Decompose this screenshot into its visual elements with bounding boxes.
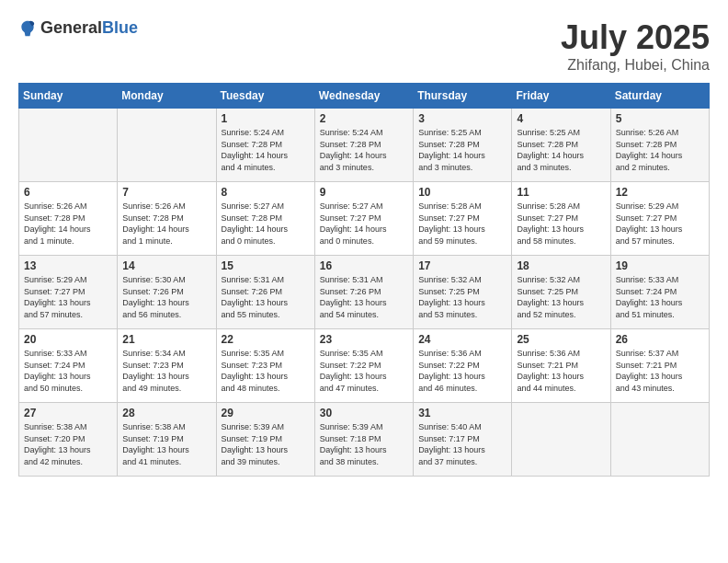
day-number: 16 (320, 259, 408, 272)
day-info: Sunrise: 5:32 AM Sunset: 7:25 PM Dayligh… (517, 274, 605, 320)
weekday-header-thursday: Thursday (414, 84, 512, 109)
calendar-cell (19, 109, 118, 182)
day-info: Sunrise: 5:25 AM Sunset: 7:28 PM Dayligh… (418, 127, 506, 173)
day-number: 24 (418, 333, 506, 346)
day-number: 4 (517, 112, 605, 125)
day-info: Sunrise: 5:24 AM Sunset: 7:28 PM Dayligh… (222, 127, 310, 173)
calendar-cell: 26Sunrise: 5:37 AM Sunset: 7:21 PM Dayli… (610, 329, 709, 403)
calendar-cell (610, 403, 709, 477)
day-info: Sunrise: 5:36 AM Sunset: 7:22 PM Dayligh… (418, 348, 506, 394)
calendar-cell: 13Sunrise: 5:29 AM Sunset: 7:27 PM Dayli… (19, 256, 118, 329)
day-info: Sunrise: 5:33 AM Sunset: 7:24 PM Dayligh… (24, 348, 112, 394)
day-info: Sunrise: 5:28 AM Sunset: 7:27 PM Dayligh… (418, 201, 506, 247)
calendar-week-row: 13Sunrise: 5:29 AM Sunset: 7:27 PM Dayli… (19, 256, 710, 329)
day-info: Sunrise: 5:35 AM Sunset: 7:22 PM Dayligh… (320, 348, 408, 394)
day-number: 25 (517, 333, 605, 346)
calendar-cell: 22Sunrise: 5:35 AM Sunset: 7:23 PM Dayli… (216, 329, 314, 403)
weekday-header-row: SundayMondayTuesdayWednesdayThursdayFrid… (19, 84, 710, 109)
day-info: Sunrise: 5:31 AM Sunset: 7:26 PM Dayligh… (222, 274, 310, 320)
title-area: July 2025 Zhifang, Hubei, China (561, 18, 710, 74)
weekday-header-sunday: Sunday (19, 84, 118, 109)
day-number: 29 (222, 407, 310, 419)
day-number: 14 (122, 259, 210, 272)
weekday-header-friday: Friday (512, 84, 610, 109)
day-number: 20 (24, 333, 112, 346)
day-info: Sunrise: 5:27 AM Sunset: 7:27 PM Dayligh… (320, 201, 408, 247)
day-info: Sunrise: 5:26 AM Sunset: 7:28 PM Dayligh… (24, 201, 112, 247)
month-year-title: July 2025 (561, 18, 710, 57)
day-number: 11 (517, 186, 605, 199)
day-info: Sunrise: 5:35 AM Sunset: 7:23 PM Dayligh… (222, 348, 310, 394)
weekday-header-wednesday: Wednesday (314, 84, 413, 109)
calendar-cell (512, 403, 610, 477)
logo-text: GeneralBlue (40, 18, 138, 38)
day-info: Sunrise: 5:38 AM Sunset: 7:19 PM Dayligh… (122, 421, 210, 467)
calendar-cell: 31Sunrise: 5:40 AM Sunset: 7:17 PM Dayli… (414, 403, 512, 477)
day-number: 28 (122, 407, 210, 419)
weekday-header-saturday: Saturday (610, 84, 709, 109)
calendar-cell: 20Sunrise: 5:33 AM Sunset: 7:24 PM Dayli… (19, 329, 118, 403)
calendar-cell: 7Sunrise: 5:26 AM Sunset: 7:28 PM Daylig… (118, 182, 216, 256)
calendar-week-row: 20Sunrise: 5:33 AM Sunset: 7:24 PM Dayli… (19, 329, 710, 403)
day-number: 2 (320, 112, 408, 125)
calendar-cell: 1Sunrise: 5:24 AM Sunset: 7:28 PM Daylig… (216, 109, 314, 182)
day-number: 19 (616, 259, 704, 272)
day-info: Sunrise: 5:39 AM Sunset: 7:19 PM Dayligh… (222, 421, 310, 467)
day-info: Sunrise: 5:39 AM Sunset: 7:18 PM Dayligh… (320, 421, 408, 467)
calendar-week-row: 6Sunrise: 5:26 AM Sunset: 7:28 PM Daylig… (19, 182, 710, 256)
day-number: 17 (418, 259, 506, 272)
day-number: 23 (320, 333, 408, 346)
calendar-cell: 17Sunrise: 5:32 AM Sunset: 7:25 PM Dayli… (414, 256, 512, 329)
day-info: Sunrise: 5:26 AM Sunset: 7:28 PM Dayligh… (616, 127, 704, 173)
day-info: Sunrise: 5:26 AM Sunset: 7:28 PM Dayligh… (122, 201, 210, 247)
calendar-cell: 18Sunrise: 5:32 AM Sunset: 7:25 PM Dayli… (512, 256, 610, 329)
calendar-cell: 9Sunrise: 5:27 AM Sunset: 7:27 PM Daylig… (314, 182, 413, 256)
day-number: 30 (320, 407, 408, 419)
day-info: Sunrise: 5:28 AM Sunset: 7:27 PM Dayligh… (517, 201, 605, 247)
calendar-cell: 27Sunrise: 5:38 AM Sunset: 7:20 PM Dayli… (19, 403, 118, 477)
day-number: 6 (24, 186, 112, 199)
day-number: 26 (616, 333, 704, 346)
day-info: Sunrise: 5:25 AM Sunset: 7:28 PM Dayligh… (517, 127, 605, 173)
weekday-header-tuesday: Tuesday (216, 84, 314, 109)
day-number: 8 (222, 186, 310, 199)
day-info: Sunrise: 5:34 AM Sunset: 7:23 PM Dayligh… (122, 348, 210, 394)
calendar-week-row: 27Sunrise: 5:38 AM Sunset: 7:20 PM Dayli… (19, 403, 710, 477)
day-info: Sunrise: 5:29 AM Sunset: 7:27 PM Dayligh… (616, 201, 704, 247)
calendar-cell: 4Sunrise: 5:25 AM Sunset: 7:28 PM Daylig… (512, 109, 610, 182)
day-info: Sunrise: 5:24 AM Sunset: 7:28 PM Dayligh… (320, 127, 408, 173)
day-number: 12 (616, 186, 704, 199)
logo-icon (18, 19, 37, 38)
day-number: 27 (24, 407, 112, 419)
calendar-week-row: 1Sunrise: 5:24 AM Sunset: 7:28 PM Daylig… (19, 109, 710, 182)
day-number: 31 (418, 407, 506, 419)
calendar-cell: 6Sunrise: 5:26 AM Sunset: 7:28 PM Daylig… (19, 182, 118, 256)
calendar-cell: 24Sunrise: 5:36 AM Sunset: 7:22 PM Dayli… (414, 329, 512, 403)
calendar-cell: 10Sunrise: 5:28 AM Sunset: 7:27 PM Dayli… (414, 182, 512, 256)
calendar-cell: 19Sunrise: 5:33 AM Sunset: 7:24 PM Dayli… (610, 256, 709, 329)
day-info: Sunrise: 5:29 AM Sunset: 7:27 PM Dayligh… (24, 274, 112, 320)
header: GeneralBlue July 2025 Zhifang, Hubei, Ch… (18, 18, 710, 74)
day-number: 9 (320, 186, 408, 199)
calendar-cell: 15Sunrise: 5:31 AM Sunset: 7:26 PM Dayli… (216, 256, 314, 329)
day-number: 3 (418, 112, 506, 125)
day-info: Sunrise: 5:32 AM Sunset: 7:25 PM Dayligh… (418, 274, 506, 320)
calendar-cell: 12Sunrise: 5:29 AM Sunset: 7:27 PM Dayli… (610, 182, 709, 256)
day-number: 7 (122, 186, 210, 199)
calendar-cell: 28Sunrise: 5:38 AM Sunset: 7:19 PM Dayli… (118, 403, 216, 477)
day-number: 10 (418, 186, 506, 199)
calendar-cell: 25Sunrise: 5:36 AM Sunset: 7:21 PM Dayli… (512, 329, 610, 403)
calendar-cell: 30Sunrise: 5:39 AM Sunset: 7:18 PM Dayli… (314, 403, 413, 477)
day-number: 5 (616, 112, 704, 125)
day-number: 22 (222, 333, 310, 346)
calendar-cell: 8Sunrise: 5:27 AM Sunset: 7:28 PM Daylig… (216, 182, 314, 256)
calendar-cell: 2Sunrise: 5:24 AM Sunset: 7:28 PM Daylig… (314, 109, 413, 182)
calendar-cell: 21Sunrise: 5:34 AM Sunset: 7:23 PM Dayli… (118, 329, 216, 403)
calendar-cell: 23Sunrise: 5:35 AM Sunset: 7:22 PM Dayli… (314, 329, 413, 403)
calendar-cell: 16Sunrise: 5:31 AM Sunset: 7:26 PM Dayli… (314, 256, 413, 329)
location-subtitle: Zhifang, Hubei, China (561, 57, 710, 74)
calendar-table: SundayMondayTuesdayWednesdayThursdayFrid… (18, 83, 710, 477)
day-info: Sunrise: 5:37 AM Sunset: 7:21 PM Dayligh… (616, 348, 704, 394)
calendar-cell: 3Sunrise: 5:25 AM Sunset: 7:28 PM Daylig… (414, 109, 512, 182)
day-number: 13 (24, 259, 112, 272)
